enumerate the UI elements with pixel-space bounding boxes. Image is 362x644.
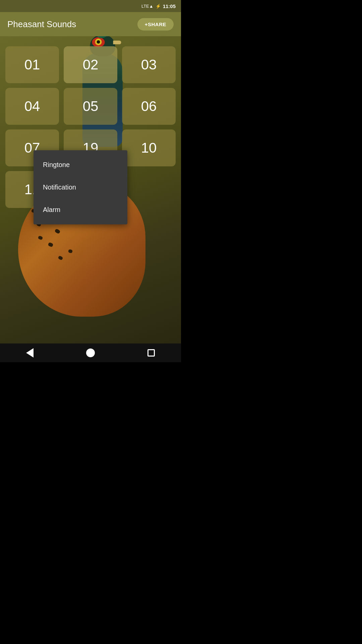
status-time: 11:05 <box>163 3 176 9</box>
context-ringtone[interactable]: Ringtone <box>34 154 127 176</box>
lte-icon: LTE▲ <box>141 4 154 9</box>
nav-recents-button[interactable] <box>147 349 155 357</box>
nav-home-icon <box>86 348 95 357</box>
main-content: 01 02 03 04 05 06 07 19 10 11 <box>0 36 181 343</box>
context-notification[interactable]: Notification <box>34 176 127 199</box>
app-title: Pheasant Sounds <box>7 19 76 30</box>
app-header: Pheasant Sounds +SHARE <box>0 12 181 36</box>
nav-back-button[interactable] <box>26 348 34 358</box>
nav-home-button[interactable] <box>86 348 95 357</box>
context-overlay: Ringtone Notification Alarm <box>0 36 181 343</box>
battery-icon: ⚡ <box>156 4 161 9</box>
status-bar: LTE▲ ⚡ 11:05 <box>0 0 181 12</box>
context-alarm[interactable]: Alarm <box>34 199 127 221</box>
nav-bar <box>0 343 181 362</box>
nav-back-icon <box>26 348 34 358</box>
share-button[interactable]: +SHARE <box>137 18 174 31</box>
context-menu: Ringtone Notification Alarm <box>34 150 127 224</box>
nav-recents-icon <box>147 349 155 357</box>
